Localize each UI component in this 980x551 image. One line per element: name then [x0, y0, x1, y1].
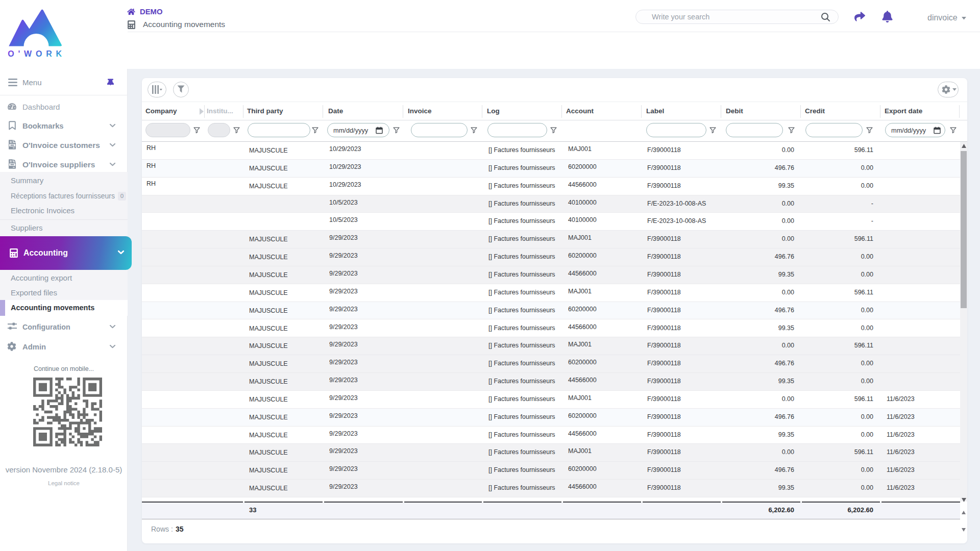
svg-text:O'WORK: O'WORK	[8, 49, 64, 58]
